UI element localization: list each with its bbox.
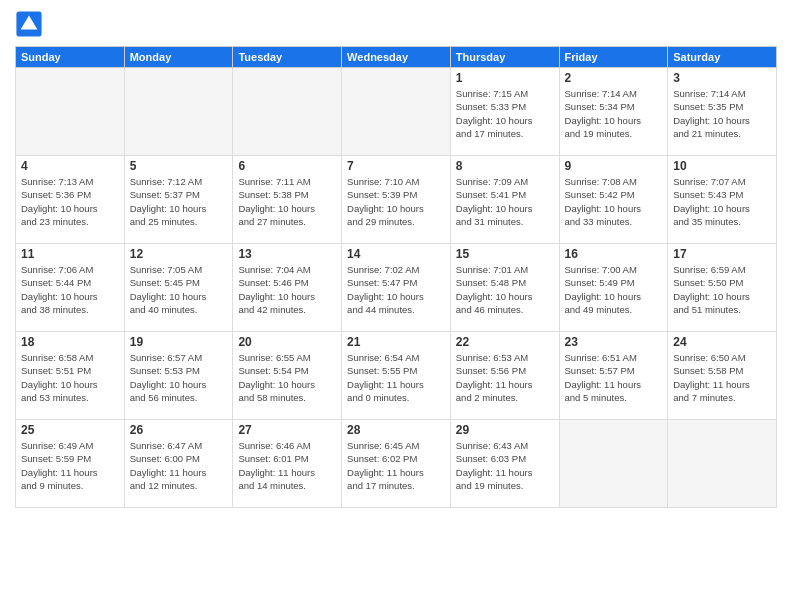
- day-number: 20: [238, 335, 336, 349]
- calendar-cell: 12Sunrise: 7:05 AMSunset: 5:45 PMDayligh…: [124, 244, 233, 332]
- calendar-cell: 24Sunrise: 6:50 AMSunset: 5:58 PMDayligh…: [668, 332, 777, 420]
- calendar-header-friday: Friday: [559, 47, 668, 68]
- day-number: 12: [130, 247, 228, 261]
- calendar-cell: 18Sunrise: 6:58 AMSunset: 5:51 PMDayligh…: [16, 332, 125, 420]
- calendar-cell: 8Sunrise: 7:09 AMSunset: 5:41 PMDaylight…: [450, 156, 559, 244]
- day-number: 14: [347, 247, 445, 261]
- day-info: Sunrise: 7:02 AMSunset: 5:47 PMDaylight:…: [347, 263, 445, 316]
- day-info: Sunrise: 6:46 AMSunset: 6:01 PMDaylight:…: [238, 439, 336, 492]
- day-number: 23: [565, 335, 663, 349]
- day-info: Sunrise: 7:15 AMSunset: 5:33 PMDaylight:…: [456, 87, 554, 140]
- day-number: 28: [347, 423, 445, 437]
- day-number: 27: [238, 423, 336, 437]
- day-info: Sunrise: 7:04 AMSunset: 5:46 PMDaylight:…: [238, 263, 336, 316]
- calendar-cell: 25Sunrise: 6:49 AMSunset: 5:59 PMDayligh…: [16, 420, 125, 508]
- day-info: Sunrise: 6:58 AMSunset: 5:51 PMDaylight:…: [21, 351, 119, 404]
- calendar-week-5: 25Sunrise: 6:49 AMSunset: 5:59 PMDayligh…: [16, 420, 777, 508]
- calendar-cell: [559, 420, 668, 508]
- day-info: Sunrise: 7:07 AMSunset: 5:43 PMDaylight:…: [673, 175, 771, 228]
- calendar-cell: 2Sunrise: 7:14 AMSunset: 5:34 PMDaylight…: [559, 68, 668, 156]
- day-number: 9: [565, 159, 663, 173]
- calendar-header-saturday: Saturday: [668, 47, 777, 68]
- calendar-cell: 27Sunrise: 6:46 AMSunset: 6:01 PMDayligh…: [233, 420, 342, 508]
- calendar-cell: 23Sunrise: 6:51 AMSunset: 5:57 PMDayligh…: [559, 332, 668, 420]
- day-number: 13: [238, 247, 336, 261]
- calendar-cell: 9Sunrise: 7:08 AMSunset: 5:42 PMDaylight…: [559, 156, 668, 244]
- calendar-cell: [668, 420, 777, 508]
- calendar-cell: [342, 68, 451, 156]
- day-info: Sunrise: 6:57 AMSunset: 5:53 PMDaylight:…: [130, 351, 228, 404]
- day-info: Sunrise: 7:09 AMSunset: 5:41 PMDaylight:…: [456, 175, 554, 228]
- day-number: 24: [673, 335, 771, 349]
- calendar-cell: 16Sunrise: 7:00 AMSunset: 5:49 PMDayligh…: [559, 244, 668, 332]
- day-number: 26: [130, 423, 228, 437]
- header: [15, 10, 777, 38]
- day-number: 22: [456, 335, 554, 349]
- day-number: 1: [456, 71, 554, 85]
- day-number: 8: [456, 159, 554, 173]
- calendar-week-3: 11Sunrise: 7:06 AMSunset: 5:44 PMDayligh…: [16, 244, 777, 332]
- logo-icon: [15, 10, 43, 38]
- calendar-week-2: 4Sunrise: 7:13 AMSunset: 5:36 PMDaylight…: [16, 156, 777, 244]
- day-number: 19: [130, 335, 228, 349]
- day-info: Sunrise: 6:50 AMSunset: 5:58 PMDaylight:…: [673, 351, 771, 404]
- day-info: Sunrise: 6:47 AMSunset: 6:00 PMDaylight:…: [130, 439, 228, 492]
- calendar-cell: 19Sunrise: 6:57 AMSunset: 5:53 PMDayligh…: [124, 332, 233, 420]
- calendar-cell: 6Sunrise: 7:11 AMSunset: 5:38 PMDaylight…: [233, 156, 342, 244]
- calendar-cell: 1Sunrise: 7:15 AMSunset: 5:33 PMDaylight…: [450, 68, 559, 156]
- calendar-cell: 28Sunrise: 6:45 AMSunset: 6:02 PMDayligh…: [342, 420, 451, 508]
- day-number: 11: [21, 247, 119, 261]
- day-number: 3: [673, 71, 771, 85]
- calendar-cell: 29Sunrise: 6:43 AMSunset: 6:03 PMDayligh…: [450, 420, 559, 508]
- day-number: 4: [21, 159, 119, 173]
- calendar-cell: [124, 68, 233, 156]
- day-number: 2: [565, 71, 663, 85]
- day-info: Sunrise: 7:11 AMSunset: 5:38 PMDaylight:…: [238, 175, 336, 228]
- day-info: Sunrise: 6:43 AMSunset: 6:03 PMDaylight:…: [456, 439, 554, 492]
- calendar-week-4: 18Sunrise: 6:58 AMSunset: 5:51 PMDayligh…: [16, 332, 777, 420]
- day-number: 10: [673, 159, 771, 173]
- day-info: Sunrise: 7:06 AMSunset: 5:44 PMDaylight:…: [21, 263, 119, 316]
- calendar-cell: 20Sunrise: 6:55 AMSunset: 5:54 PMDayligh…: [233, 332, 342, 420]
- day-number: 29: [456, 423, 554, 437]
- calendar-cell: 3Sunrise: 7:14 AMSunset: 5:35 PMDaylight…: [668, 68, 777, 156]
- calendar-week-1: 1Sunrise: 7:15 AMSunset: 5:33 PMDaylight…: [16, 68, 777, 156]
- day-number: 6: [238, 159, 336, 173]
- day-number: 15: [456, 247, 554, 261]
- calendar-cell: 22Sunrise: 6:53 AMSunset: 5:56 PMDayligh…: [450, 332, 559, 420]
- day-number: 21: [347, 335, 445, 349]
- calendar-header-monday: Monday: [124, 47, 233, 68]
- calendar-cell: 14Sunrise: 7:02 AMSunset: 5:47 PMDayligh…: [342, 244, 451, 332]
- day-info: Sunrise: 7:12 AMSunset: 5:37 PMDaylight:…: [130, 175, 228, 228]
- calendar-cell: [16, 68, 125, 156]
- calendar-cell: 26Sunrise: 6:47 AMSunset: 6:00 PMDayligh…: [124, 420, 233, 508]
- day-info: Sunrise: 7:08 AMSunset: 5:42 PMDaylight:…: [565, 175, 663, 228]
- calendar-header-row: SundayMondayTuesdayWednesdayThursdayFrid…: [16, 47, 777, 68]
- calendar-cell: 7Sunrise: 7:10 AMSunset: 5:39 PMDaylight…: [342, 156, 451, 244]
- day-info: Sunrise: 6:53 AMSunset: 5:56 PMDaylight:…: [456, 351, 554, 404]
- day-info: Sunrise: 7:13 AMSunset: 5:36 PMDaylight:…: [21, 175, 119, 228]
- day-info: Sunrise: 6:59 AMSunset: 5:50 PMDaylight:…: [673, 263, 771, 316]
- day-number: 7: [347, 159, 445, 173]
- day-info: Sunrise: 6:54 AMSunset: 5:55 PMDaylight:…: [347, 351, 445, 404]
- calendar-header-wednesday: Wednesday: [342, 47, 451, 68]
- calendar-cell: 4Sunrise: 7:13 AMSunset: 5:36 PMDaylight…: [16, 156, 125, 244]
- day-info: Sunrise: 6:51 AMSunset: 5:57 PMDaylight:…: [565, 351, 663, 404]
- calendar-table: SundayMondayTuesdayWednesdayThursdayFrid…: [15, 46, 777, 508]
- day-info: Sunrise: 7:14 AMSunset: 5:35 PMDaylight:…: [673, 87, 771, 140]
- day-info: Sunrise: 7:05 AMSunset: 5:45 PMDaylight:…: [130, 263, 228, 316]
- day-info: Sunrise: 7:14 AMSunset: 5:34 PMDaylight:…: [565, 87, 663, 140]
- day-number: 5: [130, 159, 228, 173]
- calendar-cell: 15Sunrise: 7:01 AMSunset: 5:48 PMDayligh…: [450, 244, 559, 332]
- day-info: Sunrise: 6:49 AMSunset: 5:59 PMDaylight:…: [21, 439, 119, 492]
- day-number: 16: [565, 247, 663, 261]
- day-number: 18: [21, 335, 119, 349]
- day-info: Sunrise: 6:45 AMSunset: 6:02 PMDaylight:…: [347, 439, 445, 492]
- calendar-header-tuesday: Tuesday: [233, 47, 342, 68]
- calendar-cell: [233, 68, 342, 156]
- page: SundayMondayTuesdayWednesdayThursdayFrid…: [0, 0, 792, 612]
- calendar-header-sunday: Sunday: [16, 47, 125, 68]
- calendar-header-thursday: Thursday: [450, 47, 559, 68]
- calendar-cell: 13Sunrise: 7:04 AMSunset: 5:46 PMDayligh…: [233, 244, 342, 332]
- day-info: Sunrise: 6:55 AMSunset: 5:54 PMDaylight:…: [238, 351, 336, 404]
